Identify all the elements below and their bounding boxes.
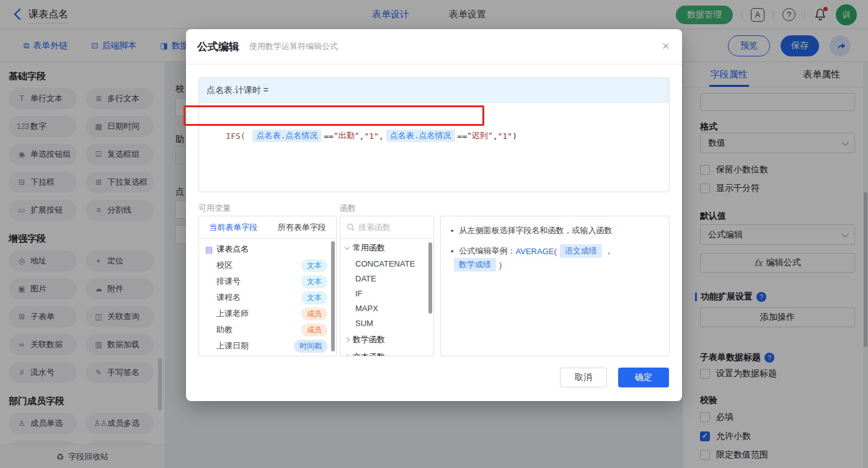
confirm-button[interactable]: 确定 (618, 368, 669, 387)
cancel-button[interactable]: 取消 (560, 368, 607, 387)
form-doc-icon: ▤ (205, 245, 213, 254)
chevron-right-icon (345, 337, 350, 342)
chevron-down-icon (345, 244, 350, 249)
field-type-badge: 文本 (301, 356, 327, 357)
formula-token: == (324, 131, 334, 141)
variable-row[interactable]: 文本 (199, 354, 336, 356)
formula-token: "迟到" (467, 130, 493, 141)
variables-group[interactable]: ▤ 课表点名 (199, 241, 336, 257)
variable-row[interactable]: 上课老师 成员 (199, 306, 336, 322)
function-item[interactable]: DATE (340, 271, 433, 286)
formula-help-panel: 从左侧面板选择字段名和函数，或输入函数 公式编辑举例：AVERAGE(语文成绩，… (440, 216, 670, 356)
chevron-right-icon (345, 355, 350, 356)
formula-token: == (458, 131, 467, 141)
variable-row[interactable]: 课程名 文本 (199, 289, 336, 306)
function-group[interactable]: 数学函数 (340, 332, 433, 348)
formula-input[interactable]: IFS( 点名表.点名情况=="出勤","1",点名表.点名情况=="迟到","… (199, 103, 669, 150)
example-field-chip: 数学成绩 (454, 258, 496, 272)
formula-token: 点名表.点名情况 (252, 130, 321, 142)
variables-tabs: 当前表单字段 所有表单字段 (199, 216, 336, 239)
variables-label: 可用变量 (198, 203, 231, 214)
variable-row[interactable]: 助教 成员 (199, 322, 336, 338)
help-bullet-2: 公式编辑举例：AVERAGE(语文成绩，数学成绩) (451, 244, 659, 272)
function-item[interactable]: CONCATENATE (340, 256, 433, 271)
help-bullet-1: 从左侧面板选择字段名和函数，或输入函数 (451, 225, 659, 236)
functions-label: 函数 (340, 203, 356, 214)
example-function: AVERAGE( (516, 247, 557, 256)
formula-token: ) (512, 131, 517, 141)
example-field-chip: 语文成绩 (560, 244, 602, 258)
formula-token: "1" (364, 131, 378, 141)
function-item[interactable]: SUM (340, 316, 433, 330)
formula-token: 点名表.点名情况 (386, 130, 455, 142)
variables-list: 校区 文本 排课号 文本 课程名 文本 上课老师 成员 助教 成员 上课日期 时… (199, 257, 336, 356)
formula-edit-modal: 公式编辑 使用数学运算符编辑公式 × 点名表.计课时 = IFS( 点名表.点名… (186, 29, 682, 401)
field-type-badge: 成员 (301, 324, 327, 337)
modal-subtitle: 使用数学运算符编辑公式 (249, 41, 338, 52)
tab-all-form-fields[interactable]: 所有表单字段 (268, 216, 337, 238)
variables-panel: 当前表单字段 所有表单字段 ▤ 课表点名 校区 文本 排课号 文本 课程名 文本… (198, 216, 337, 356)
function-groups-collapsed: 数学函数 文本函数 (340, 332, 433, 356)
function-list: CONCATENATEDATEIFMAPXSUM (340, 256, 433, 330)
modal-title: 公式编辑 (197, 40, 239, 54)
formula-token: , (493, 131, 498, 141)
field-type-badge: 时间戳 (294, 340, 327, 353)
formula-target: 点名表.计课时 = (199, 78, 669, 103)
formula-editor: 点名表.计课时 = IFS( 点名表.点名情况=="出勤","1",点名表.点名… (198, 77, 670, 192)
functions-scrollbar[interactable] (428, 242, 432, 314)
function-search-input[interactable] (358, 223, 420, 232)
formula-token: , (379, 131, 384, 141)
search-icon (347, 223, 355, 231)
function-item[interactable]: MAPX (340, 301, 433, 316)
formula-token: "1" (498, 131, 512, 141)
field-type-badge: 成员 (301, 307, 327, 320)
variables-scrollbar[interactable] (331, 241, 335, 351)
formula-token: "出勤" (334, 130, 360, 141)
field-type-badge: 文本 (301, 291, 327, 304)
close-icon[interactable]: × (662, 39, 670, 52)
field-type-badge: 文本 (301, 275, 327, 288)
variable-row[interactable]: 校区 文本 (199, 257, 336, 273)
function-item[interactable]: IF (340, 286, 433, 301)
variable-row[interactable]: 排课号 文本 (199, 273, 336, 289)
formula-token: IFS( (226, 131, 250, 141)
example-close-paren: ) (499, 260, 502, 270)
modal-header: 公式编辑 使用数学运算符编辑公式 × (186, 29, 682, 64)
function-group-common[interactable]: 常用函数 (340, 240, 433, 256)
tab-current-form-fields[interactable]: 当前表单字段 (199, 216, 268, 238)
variable-row[interactable]: 上课日期 时间戳 (199, 338, 336, 354)
functions-panel: 常用函数 CONCATENATEDATEIFMAPXSUM 数学函数 文本函数 (340, 216, 434, 356)
function-group[interactable]: 文本函数 (340, 349, 433, 356)
function-search (340, 216, 433, 239)
field-type-badge: 文本 (301, 259, 327, 272)
formula-token: , (360, 131, 365, 141)
